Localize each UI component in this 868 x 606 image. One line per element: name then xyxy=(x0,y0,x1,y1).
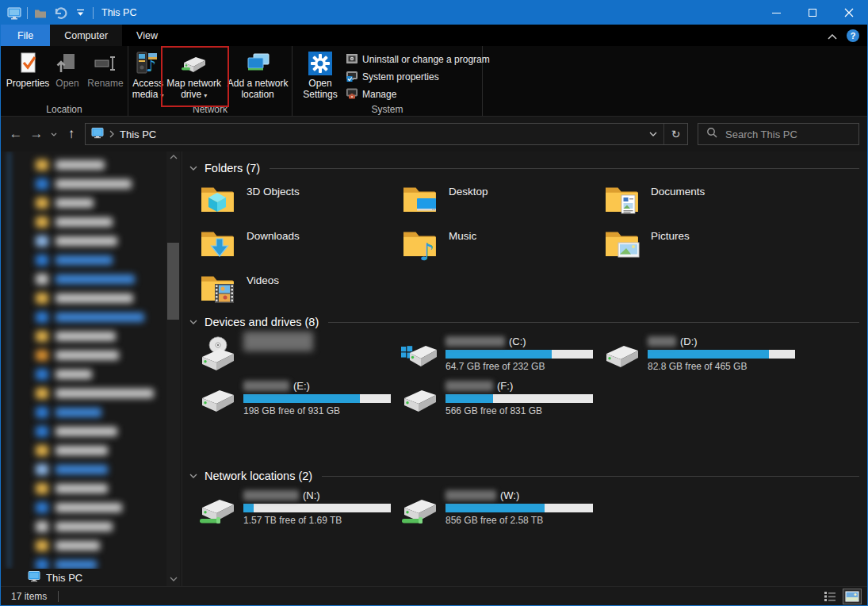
section-header-folders[interactable]: Folders (7) xyxy=(189,161,861,175)
up-button[interactable]: ↑ xyxy=(61,124,82,144)
sidebar-item[interactable] xyxy=(1,327,166,346)
drive-tile-w[interactable]: (W:)856 GB free of 2.58 TB xyxy=(400,488,602,532)
tab-file[interactable]: File xyxy=(1,25,50,46)
collapse-ribbon-icon[interactable] xyxy=(828,29,837,43)
add-network-location-button[interactable]: Add a network location xyxy=(224,46,292,103)
address-bar[interactable]: This PC ↻ xyxy=(85,123,688,145)
section-header-drives[interactable]: Devices and drives (8) xyxy=(189,315,861,329)
qat-properties-icon[interactable] xyxy=(33,6,48,20)
scroll-up-icon[interactable] xyxy=(166,155,180,159)
properties-button[interactable]: Properties xyxy=(5,46,51,103)
map-network-drive-button[interactable]: Map network drive▾ xyxy=(164,46,224,103)
sidebar-item[interactable] xyxy=(1,251,166,270)
drive-tile-e[interactable]: (E:)198 GB free of 931 GB xyxy=(198,378,400,423)
sidebar-item[interactable] xyxy=(1,403,166,422)
back-button[interactable]: ← xyxy=(6,124,26,144)
help-icon[interactable]: ? xyxy=(847,29,859,42)
drive-tile-n[interactable]: (N:)1.57 TB free of 1.69 TB xyxy=(198,488,400,532)
rename-button[interactable]: Rename xyxy=(84,46,127,103)
qat-undo-icon[interactable] xyxy=(53,6,67,20)
hard-drive-icon xyxy=(198,380,236,418)
sidebar-item[interactable] xyxy=(1,155,166,175)
sidebar-item[interactable] xyxy=(1,441,166,460)
drive-tile-d[interactable]: (D:)82.8 GB free of 465 GB xyxy=(602,334,805,378)
details-view-button[interactable] xyxy=(820,589,839,604)
quick-access-toolbar xyxy=(1,6,94,20)
section-grid-network: (N:)1.57 TB free of 1.69 TB(W:)856 GB fr… xyxy=(198,488,861,532)
folder-tile-pictures[interactable]: Pictures xyxy=(602,224,805,269)
explorer-logo-icon xyxy=(7,6,21,20)
sidebar-item[interactable] xyxy=(1,194,166,213)
sidebar-item[interactable] xyxy=(1,384,166,403)
sidebar-item[interactable] xyxy=(1,536,166,555)
scrollbar-thumb[interactable] xyxy=(167,243,179,320)
sidebar-item[interactable] xyxy=(1,308,166,327)
folder-tile-videos[interactable]: Videos xyxy=(198,269,400,313)
sidebar-item[interactable] xyxy=(1,498,166,517)
sidebar-item[interactable] xyxy=(1,270,166,289)
sidebar-item[interactable] xyxy=(1,213,166,232)
sidebar-item[interactable] xyxy=(1,460,166,479)
sidebar-item[interactable] xyxy=(1,289,166,308)
tab-computer[interactable]: Computer xyxy=(50,25,122,46)
drive-tile-f[interactable]: (F:)566 GB free of 831 GB xyxy=(400,378,602,423)
large-icons-view-button[interactable] xyxy=(843,589,862,604)
disk-usage-bar xyxy=(445,350,593,359)
dvd-drive-icon xyxy=(198,336,236,374)
collapse-section-icon[interactable] xyxy=(189,473,198,479)
folder-tile-music[interactable]: ♪Music xyxy=(400,224,602,269)
sidebar-item-label xyxy=(55,332,116,341)
scroll-down-icon[interactable] xyxy=(166,577,180,581)
group-label-location: Location xyxy=(1,104,128,115)
access-media-button[interactable]: ♪ Access media▾ xyxy=(132,46,164,103)
section-header-network[interactable]: Network locations (2) xyxy=(189,469,861,483)
drive-tile-drive[interactable] xyxy=(198,334,400,378)
maximize-button[interactable] xyxy=(794,1,831,25)
recent-locations-icon[interactable] xyxy=(47,124,61,144)
drive-details: (N:)1.57 TB free of 1.69 TB xyxy=(243,488,392,532)
sidebar-item[interactable] xyxy=(1,346,166,365)
open-button[interactable]: Open xyxy=(51,46,84,103)
uninstall-program-button[interactable]: Uninstall or change a program xyxy=(346,51,490,68)
tab-view[interactable]: View xyxy=(122,25,172,46)
folder-name: Music xyxy=(449,230,476,269)
search-box[interactable] xyxy=(698,123,859,145)
sidebar-item[interactable] xyxy=(1,175,166,194)
open-settings-button[interactable]: Open Settings xyxy=(299,46,342,103)
ribbon-group-system: Open Settings Uninstall or change a prog… xyxy=(293,46,483,116)
qat-customize-icon[interactable] xyxy=(73,6,87,20)
folder-tile-3d-objects[interactable]: 3D Objects xyxy=(198,180,400,224)
system-properties-button[interactable]: System properties xyxy=(346,68,490,86)
disk-usage-bar xyxy=(243,394,391,403)
close-button[interactable] xyxy=(831,1,867,25)
minimize-button[interactable] xyxy=(758,1,794,25)
drive-letter: (N:) xyxy=(303,489,320,501)
refresh-icon[interactable]: ↻ xyxy=(663,124,687,144)
folder-tile-desktop[interactable]: Desktop xyxy=(400,180,602,224)
sidebar-item-this-pc[interactable]: This PC xyxy=(1,569,166,586)
search-input[interactable] xyxy=(724,128,843,141)
folder-name: 3D Objects xyxy=(247,186,300,224)
sidebar-item[interactable] xyxy=(1,517,166,536)
sidebar-item[interactable] xyxy=(1,365,166,384)
sidebar-item[interactable] xyxy=(1,422,166,441)
drive-details: (D:)82.8 GB free of 465 GB xyxy=(648,334,797,378)
drive-details: (W:)856 GB free of 2.58 TB xyxy=(445,488,595,532)
sidebar-item[interactable] xyxy=(1,232,166,251)
title-bar: This PC xyxy=(1,1,867,25)
folder-tile-documents[interactable]: Documents xyxy=(602,180,805,224)
disk-usage-bar xyxy=(243,504,391,512)
breadcrumb-path[interactable]: This PC xyxy=(120,128,156,140)
ribbon-group-location: Properties Open Rename Location xyxy=(1,46,128,116)
drive-tile-c[interactable]: (C:)64.7 GB free of 232 GB xyxy=(400,334,602,378)
sidebar-scrollbar[interactable] xyxy=(166,152,180,586)
manage-button[interactable]: Manage xyxy=(346,86,490,103)
collapse-section-icon[interactable] xyxy=(189,165,198,171)
sidebar-item-label xyxy=(55,198,94,208)
folder-tile-downloads[interactable]: Downloads xyxy=(198,224,400,269)
forward-button[interactable]: → xyxy=(26,124,47,144)
collapse-section-icon[interactable] xyxy=(189,319,198,325)
sidebar-item[interactable] xyxy=(1,479,166,498)
sidebar-item-label xyxy=(55,446,108,455)
address-dropdown-icon[interactable] xyxy=(643,124,663,144)
